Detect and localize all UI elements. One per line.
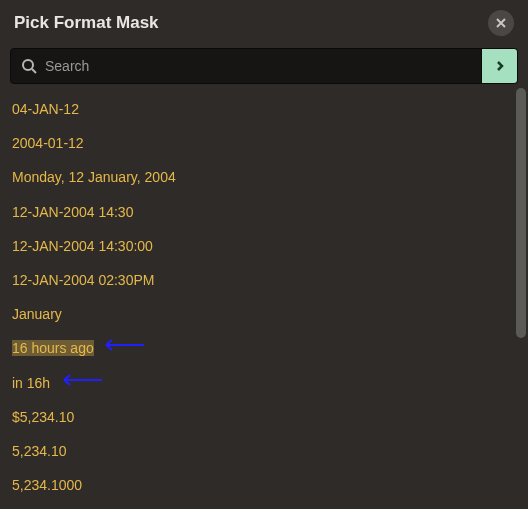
list-item-label: 12-JAN-2004 14:30:00 [12,238,153,254]
search-input[interactable] [45,58,471,74]
arrow-annotation [58,372,104,392]
list-item-label: 2004-01-12 [12,135,84,151]
dialog-title: Pick Format Mask [14,13,159,33]
search-submit-button[interactable] [482,48,518,84]
list-item-label: 5,234.10 [12,443,67,459]
list-item[interactable]: 12-JAN-2004 02:30PM [0,263,528,297]
close-icon [494,16,508,30]
list-item-label: in 16h [12,375,50,391]
close-button[interactable] [488,10,514,36]
list-item-label: 16 hours ago [12,340,94,356]
arrow-annotation [100,337,146,357]
dialog-header: Pick Format Mask [0,0,528,44]
list-item[interactable]: January [0,297,528,331]
list-item[interactable]: 5,234.10 [0,434,528,468]
list-item[interactable]: 12-JAN-2004 14:30:00 [0,229,528,263]
list-item[interactable]: 16 hours ago [0,331,528,365]
list-item[interactable]: $5,234.10 [0,400,528,434]
list-item[interactable]: Monday, 12 January, 2004 [0,160,528,194]
format-list: 04-JAN-122004-01-12Monday, 12 January, 2… [0,92,528,508]
list-item-label: 12-JAN-2004 02:30PM [12,272,154,288]
arrow-left-icon [100,337,146,353]
list-item-label: 5,234.1000 [12,477,82,493]
chevron-right-icon [494,60,506,72]
arrow-left-icon [58,372,104,388]
list-item-label: 12-JAN-2004 14:30 [12,204,133,220]
search-icon [21,58,37,74]
list-item-label: Monday, 12 January, 2004 [12,169,176,185]
search-box[interactable] [10,48,482,84]
list-item-label: $5,234.10 [12,409,74,425]
list-item[interactable]: 12-JAN-2004 14:30 [0,195,528,229]
list-container: 04-JAN-122004-01-12Monday, 12 January, 2… [0,92,528,509]
scrollbar-thumb[interactable] [516,88,526,338]
list-item[interactable]: in 16h [0,366,528,400]
svg-point-0 [23,60,33,70]
list-item[interactable]: 5,234.1000 [0,468,528,502]
list-item[interactable]: 04-JAN-12 [0,92,528,126]
list-item[interactable]: 2004-01-12 [0,126,528,160]
list-item-label: January [12,306,62,322]
search-row [0,44,528,92]
list-item-label: 04-JAN-12 [12,101,79,117]
format-mask-dialog: Pick Format Mask 04-JAN-122004-01-12Mond… [0,0,528,509]
